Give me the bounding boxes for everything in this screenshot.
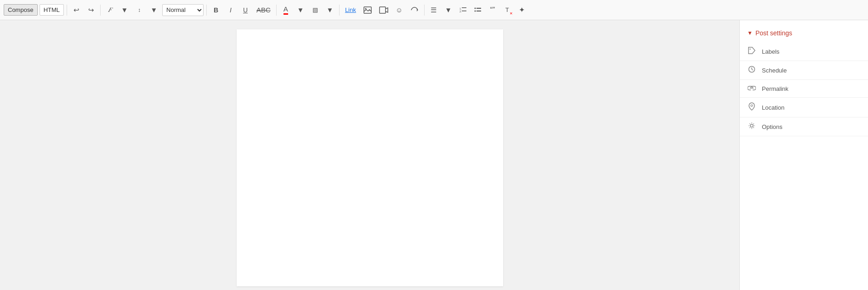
sidebar-header: ▼ Post settings — [740, 28, 868, 42]
post-settings-sidebar: ▼ Post settings Labels Schedule — [739, 20, 868, 290]
permalink-label: Permalink — [762, 85, 789, 92]
separator-1 — [67, 5, 67, 16]
strikethrough-button[interactable]: ABC — [254, 4, 273, 17]
sidebar-item-location[interactable]: Location — [740, 98, 868, 117]
toolbar: Compose HTML ↩ ↪ 𝐹 ▼ ↕ ▼ Normal Heading … — [0, 0, 868, 20]
svg-point-9 — [474, 10, 476, 11]
sidebar-item-options[interactable]: Options — [740, 117, 868, 136]
permalink-icon — [747, 84, 756, 93]
format-select[interactable]: Normal Heading 1 Heading 2 Heading 3 Hea… — [162, 4, 204, 16]
font-family-dropdown[interactable]: ▼ — [118, 4, 131, 17]
sidebar-item-schedule[interactable]: Schedule — [740, 61, 868, 80]
image-button[interactable] — [361, 4, 374, 17]
labels-icon — [747, 47, 756, 56]
text-color-dropdown[interactable]: ▼ — [294, 4, 307, 17]
location-label: Location — [762, 104, 784, 111]
video-button[interactable] — [376, 4, 391, 17]
undo-button[interactable]: ↩ — [70, 4, 83, 17]
labels-label: Labels — [762, 48, 779, 55]
clear-formatting-button[interactable]: T✕ — [501, 4, 514, 17]
editor-paper[interactable] — [237, 29, 503, 286]
svg-point-7 — [474, 7, 476, 9]
separator-4 — [276, 5, 277, 16]
link-button[interactable]: Link — [342, 5, 359, 15]
separator-2 — [100, 5, 101, 16]
svg-rect-6 — [462, 11, 466, 11]
post-settings-title: Post settings — [755, 29, 792, 37]
schedule-icon — [747, 66, 756, 75]
compose-button[interactable]: Compose — [4, 4, 38, 16]
text-color-button[interactable]: A — [279, 4, 292, 17]
separator-5 — [339, 5, 340, 16]
separator-6 — [424, 5, 425, 16]
svg-point-16 — [751, 105, 753, 106]
underline-button[interactable]: U — [239, 4, 252, 17]
svg-rect-8 — [477, 8, 481, 9]
main-area: ▼ Post settings Labels Schedule — [0, 20, 868, 290]
editor-area — [0, 20, 739, 290]
emoji-button[interactable]: ☺ — [393, 4, 406, 17]
svg-point-1 — [365, 8, 366, 9]
html-button[interactable]: HTML — [40, 4, 64, 16]
highlight-color-dropdown[interactable]: ▼ — [323, 4, 336, 17]
redo-button[interactable]: ↪ — [85, 4, 97, 17]
svg-line-14 — [752, 69, 753, 70]
svg-rect-2 — [380, 7, 386, 13]
align-dropdown[interactable]: ▼ — [442, 4, 455, 17]
sidebar-item-permalink[interactable]: Permalink — [740, 80, 868, 98]
svg-point-11 — [749, 49, 750, 50]
highlight-color-button[interactable]: ▧ — [309, 4, 322, 17]
svg-point-17 — [750, 124, 753, 127]
special-chars-button[interactable] — [408, 4, 421, 17]
unordered-list-button[interactable] — [471, 4, 484, 17]
sidebar-chevron-icon: ▼ — [747, 30, 753, 36]
schedule-label: Schedule — [762, 67, 787, 74]
location-icon — [747, 102, 756, 112]
options-label: Options — [762, 123, 783, 130]
special-symbol-button[interactable]: ✦ — [516, 4, 528, 17]
align-button[interactable]: ☰ — [427, 4, 440, 17]
font-size-button[interactable]: ↕ — [133, 4, 146, 17]
svg-rect-4 — [462, 7, 466, 8]
separator-3 — [206, 5, 207, 16]
bold-button[interactable]: B — [210, 4, 222, 17]
svg-text:2.: 2. — [460, 10, 462, 13]
font-family-button[interactable]: 𝐹 — [103, 4, 116, 17]
ordered-list-button[interactable]: 1. 2. — [457, 4, 470, 17]
svg-rect-10 — [477, 11, 481, 11]
options-icon — [747, 122, 756, 131]
blockquote-button[interactable]: “” — [486, 4, 499, 17]
font-size-dropdown[interactable]: ▼ — [148, 4, 160, 17]
sidebar-item-labels[interactable]: Labels — [740, 42, 868, 61]
italic-button[interactable]: I — [224, 4, 237, 17]
